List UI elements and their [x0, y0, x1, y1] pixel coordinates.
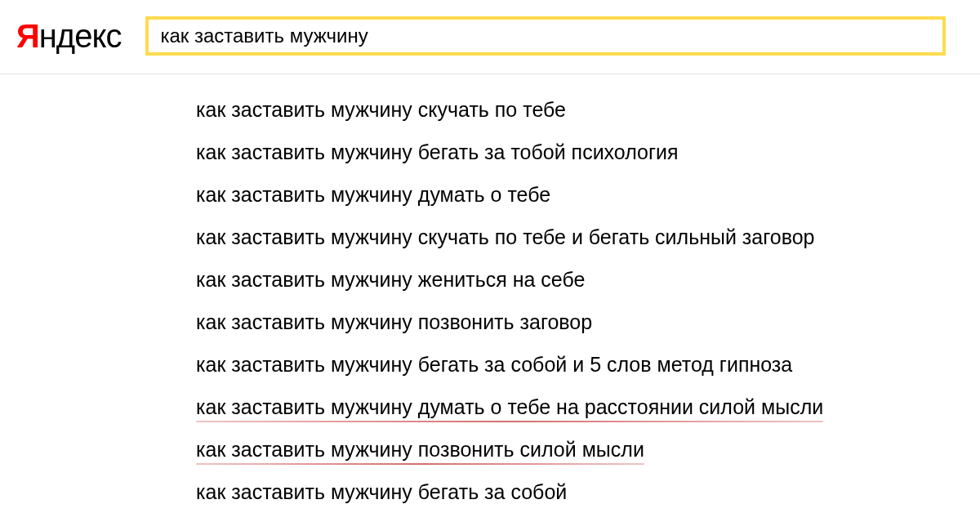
suggestion-item[interactable]: как заставить мужчину позвонить силой мы… — [196, 437, 644, 462]
header-divider — [0, 74, 980, 74]
suggestions-list: как заставить мужчину скучать по тебекак… — [196, 97, 980, 513]
search-box — [145, 16, 946, 56]
suggestion-item[interactable]: как заставить мужчину бегать за собой и … — [196, 352, 792, 377]
suggestion-item[interactable]: как заставить мужчину жениться на себе — [196, 267, 585, 292]
suggestion-item[interactable]: как заставить мужчину думать о тебе на р… — [196, 395, 823, 419]
suggestion-item[interactable]: как заставить мужчину бегать за тобой пс… — [196, 140, 679, 164]
search-input[interactable] — [149, 20, 942, 52]
logo-first-char: Я — [16, 18, 39, 54]
suggestion-item[interactable]: как заставить мужчину бегать за собой — [196, 480, 567, 504]
suggestion-item[interactable]: как заставить мужчину скучать по тебе и … — [196, 225, 815, 249]
suggestion-item[interactable]: как заставить мужчину скучать по тебе — [196, 97, 566, 122]
suggestion-item[interactable]: как заставить мужчину позвонить заговор — [196, 310, 592, 334]
yandex-logo[interactable]: Яндекс — [16, 18, 121, 55]
logo-rest: ндекс — [39, 18, 122, 54]
suggestion-item[interactable]: как заставить мужчину думать о тебе — [196, 182, 550, 207]
